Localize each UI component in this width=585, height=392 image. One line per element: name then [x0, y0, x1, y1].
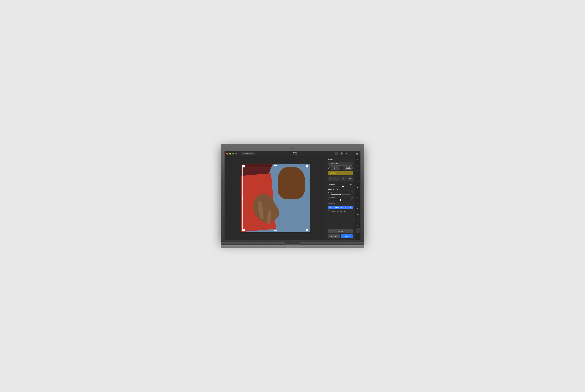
rotate-left-button[interactable]: ↺ — [328, 176, 334, 181]
horizontal-thumb[interactable] — [340, 199, 341, 200]
titlebar-center: Abel Edited — [255, 152, 335, 155]
crop-handle-tl[interactable] — [242, 165, 245, 168]
panel-icon[interactable]: ▤ — [355, 152, 359, 155]
flip-horizontal-button[interactable]: ⇄ — [347, 176, 353, 181]
flip-vertical-button[interactable]: ⇅ — [341, 176, 347, 181]
selection-tool-icon[interactable]: ⬚ — [356, 174, 360, 178]
eraser-tool-icon[interactable]: ◻ — [356, 190, 360, 195]
vertical-right-icon: ⊟ — [351, 194, 353, 195]
crop-handle-top[interactable] — [274, 165, 277, 166]
zoom-slider[interactable] — [244, 153, 252, 154]
crop-handle-left[interactable] — [242, 197, 243, 200]
straighten-label: Straighten — [328, 184, 336, 185]
straighten-value: 3.4° — [350, 184, 353, 185]
size-dropdown[interactable]: Custom Size ▾ — [328, 162, 353, 166]
reset-button[interactable]: Reset — [328, 229, 353, 233]
traffic-lights — [226, 152, 234, 154]
perspective-title: Perspective — [328, 188, 353, 190]
delete-pixels-checkbox[interactable] — [328, 210, 330, 212]
overlay-label: Rule of Thirds — [332, 206, 349, 208]
crop-handle-right[interactable] — [308, 197, 308, 200]
canvas-area[interactable] — [225, 156, 326, 240]
close-button[interactable] — [226, 152, 228, 154]
titlebar: ⊞ − + Abel Edited ⬛ ⓘ ⎘ — [225, 151, 360, 156]
cancel-button[interactable]: Cancel — [328, 234, 340, 238]
vertical-value: 0% — [351, 192, 353, 193]
overlay-dropdown[interactable]: ⊞ Rule of Thirds ✓ — [328, 206, 353, 209]
maximize-button[interactable] — [232, 152, 234, 154]
photo-container — [241, 164, 310, 232]
crop-handle-bl[interactable] — [242, 229, 245, 231]
info-icon[interactable]: ⓘ — [340, 152, 343, 155]
straighten-thumb[interactable] — [342, 186, 344, 187]
rotate-right-button[interactable]: ↻ — [334, 176, 340, 181]
minimize-button[interactable] — [229, 152, 231, 154]
horizontal-label-row: Horizontal 0% — [328, 197, 353, 198]
history-icon[interactable]: ⎘ — [345, 152, 348, 155]
height-input[interactable] — [343, 166, 353, 170]
paint-bucket-tool-icon[interactable]: ◆ — [356, 206, 360, 211]
horizontal-fill — [331, 200, 341, 200]
overlay-check-icon: ✓ — [350, 206, 352, 208]
crop-panel: Crop Custom Size ▾ W: H: — [326, 156, 355, 240]
horizontal-slider-row: ⊞ ⊟ — [328, 199, 353, 200]
wand-tool-icon[interactable]: ⚡ — [356, 185, 360, 189]
height-label: H: — [341, 167, 342, 169]
titlebar-right: ⬛ ⓘ ⎘ ⤴ ▤ — [335, 152, 359, 155]
vertical-label: Vertical — [328, 192, 333, 193]
tool-strip: ↖ ✦ ★ ⬚ ✏ ⚡ ◻ ✎ ⊕ ◆ ◉ T ⌕ ⊡ — [355, 156, 360, 240]
zoom-in-button[interactable]: + — [252, 152, 254, 155]
cursor-tool-icon[interactable]: ↖ — [356, 158, 360, 162]
magic-tool-icon[interactable]: ✦ — [356, 163, 360, 168]
overlay-grid-icon: ⊞ — [329, 206, 331, 208]
dropdown-chevron-icon: ▾ — [351, 163, 351, 164]
ml-crop-label: ML Crop — [330, 172, 336, 174]
laptop-base — [221, 242, 364, 246]
delete-pixels-row: Delete cropped pixels — [328, 210, 353, 212]
globe-tool-icon[interactable]: ◉ — [356, 212, 360, 216]
straighten-slider[interactable] — [328, 186, 353, 186]
vertical-label-row: Vertical 0% — [328, 192, 353, 193]
brush-tool-icon[interactable]: ✏ — [356, 180, 360, 184]
crop-handle-bottom[interactable] — [274, 230, 277, 231]
overlay-title: Overlay — [328, 203, 353, 204]
width-label: W: — [328, 167, 330, 169]
screen: ⊞ − + Abel Edited ⬛ ⓘ ⎘ — [225, 151, 360, 240]
ml-crop-button[interactable]: ML Crop − — [328, 171, 353, 175]
perspective-section: Perspective Vertical 0% ⊞ — [328, 188, 353, 200]
crop-handle-br[interactable] — [306, 229, 308, 231]
apply-button[interactable]: Apply — [341, 234, 353, 238]
zoom-out-button[interactable]: − — [242, 152, 243, 155]
star-tool-icon[interactable]: ★ — [356, 168, 360, 173]
size-dropdown-label: Custom Size — [330, 163, 339, 164]
laptop-bottom: MacBook Pro — [221, 246, 364, 248]
notch-base — [285, 242, 300, 245]
crop-handle-tr[interactable] — [306, 165, 308, 168]
vertical-left-icon: ⊞ — [328, 194, 330, 195]
pencil-tool-icon[interactable]: ✎ — [356, 196, 360, 200]
zoom-control: − + — [241, 152, 255, 155]
action-buttons: Cancel Apply — [328, 234, 353, 238]
zoom-tool-icon[interactable]: ⌕ — [356, 223, 360, 227]
vertical-fill — [331, 194, 341, 195]
photo-face-region — [278, 167, 305, 199]
panel-actions: Reset Cancel Apply — [326, 228, 355, 240]
vertical-thumb[interactable] — [340, 194, 341, 195]
camera-dot — [292, 148, 293, 149]
share-icon[interactable]: ⤴ — [350, 152, 353, 155]
text-tool-icon[interactable]: T — [356, 217, 360, 222]
width-input[interactable] — [331, 166, 340, 170]
laptop-body: ⊞ − + Abel Edited ⬛ ⓘ ⎘ — [221, 144, 364, 242]
crop-panel-title: Crop — [328, 158, 353, 160]
straighten-label-row: Straighten 3.4° — [328, 184, 353, 185]
color-mode-icon[interactable]: ⬛ — [335, 152, 338, 155]
eyedropper-tool-icon[interactable]: ⊕ — [356, 201, 360, 206]
crop-tool-icon[interactable]: ⊡ — [356, 228, 360, 233]
overlay-section: Overlay ⊞ Rule of Thirds ✓ Delete croppe… — [328, 203, 353, 212]
vertical-slider[interactable] — [331, 194, 350, 195]
horizontal-slider[interactable] — [331, 200, 350, 200]
sidebar-toggle-icon[interactable]: ⊞ — [234, 152, 238, 155]
delete-pixels-label: Delete cropped pixels — [331, 211, 346, 212]
titlebar-left: ⊞ − + — [234, 152, 255, 155]
divider-1 — [328, 182, 353, 183]
